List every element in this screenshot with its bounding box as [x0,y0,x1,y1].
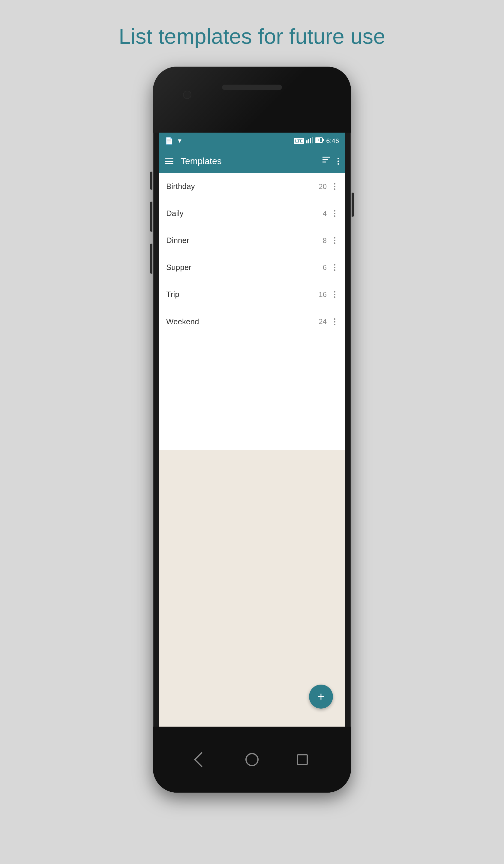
top-shine [153,67,351,133]
svg-rect-0 [306,141,308,143]
back-button[interactable] [194,752,209,767]
top-bezel [153,67,351,133]
volume-up-button[interactable] [150,171,152,190]
lte-badge: LTE [294,138,304,144]
toolbar-title: Templates [181,156,323,166]
template-item-name: Birthday [166,182,319,191]
template-item-name: Dinner [166,236,323,245]
signal-icon [306,137,313,145]
recent-apps-button[interactable] [297,754,308,765]
status-bar: 📄 ▼ LTE [159,133,345,149]
notification-icon: ▼ [177,137,183,144]
camera [183,91,191,99]
sort-button[interactable] [323,156,332,166]
template-item-more-button[interactable] [332,289,338,300]
speaker [222,85,282,90]
sim-card-icon: 📄 [165,137,173,145]
phone-screen: 📄 ▼ LTE [159,133,345,727]
template-item-more-button[interactable] [332,262,338,273]
hamburger-menu-button[interactable] [165,158,173,164]
battery-icon [315,137,324,145]
template-item-more-button[interactable] [332,235,338,246]
template-list-item[interactable]: Trip16 [159,281,345,308]
volume-down-button[interactable] [150,202,152,232]
template-item-count: 24 [319,317,327,326]
svg-rect-3 [312,137,313,143]
svg-rect-2 [310,138,311,143]
status-left: 📄 ▼ [165,137,183,145]
svg-rect-1 [308,139,309,143]
power-button[interactable] [352,193,354,217]
page-title: List templates for future use [119,24,385,49]
svg-rect-6 [323,139,324,141]
template-item-count: 8 [323,237,327,245]
template-item-more-button[interactable] [332,208,338,219]
template-list-item[interactable]: Daily4 [159,200,345,227]
time-display: 6:46 [326,137,339,145]
template-list: Birthday20Daily4Dinner8Supper6Trip16Week… [159,173,345,450]
template-item-count: 16 [319,290,327,299]
home-button[interactable] [245,753,259,766]
template-item-name: Weekend [166,317,319,326]
template-item-name: Daily [166,209,323,218]
template-item-name: Supper [166,263,323,272]
template-list-item[interactable]: Supper6 [159,254,345,281]
template-list-item[interactable]: Birthday20 [159,173,345,200]
silent-button[interactable] [150,243,152,274]
toolbar: Templates [159,149,345,173]
template-item-name: Trip [166,290,319,299]
add-template-button[interactable]: + [309,685,333,709]
template-list-item[interactable]: Weekend24 [159,308,345,335]
toolbar-actions [323,156,339,166]
template-item-count: 4 [323,209,327,218]
content-area: + [159,450,345,727]
bottom-bezel [153,727,351,793]
status-right: LTE 6:46 [294,137,339,145]
template-item-more-button[interactable] [332,181,338,192]
template-item-count: 6 [323,263,327,272]
template-list-item[interactable]: Dinner8 [159,227,345,254]
phone-frame: 📄 ▼ LTE [153,67,351,793]
add-icon: + [317,691,324,703]
more-options-button[interactable] [337,158,339,165]
template-item-count: 20 [319,182,327,191]
template-item-more-button[interactable] [332,316,338,328]
